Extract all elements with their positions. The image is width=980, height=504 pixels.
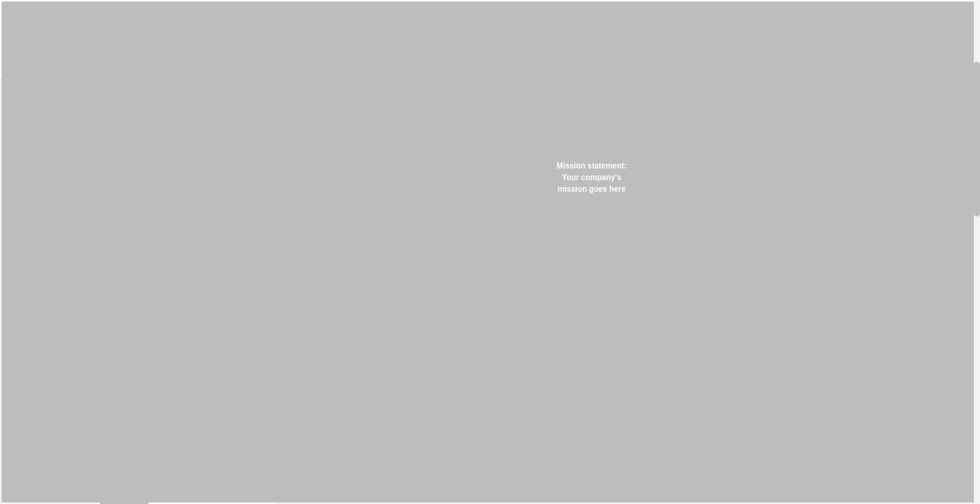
template-project-wireframes[interactable]: ProjectWireframes Problem statement and … bbox=[93, 423, 278, 504]
pitch-line2: Your company's bbox=[562, 173, 622, 182]
content-area: Work Prototyping Presentation The best m… bbox=[0, 80, 980, 504]
phone-mock bbox=[149, 475, 164, 499]
thumb-wireframes: ProjectWireframes Problem statement and … bbox=[93, 423, 278, 504]
wireframes-mock bbox=[103, 475, 268, 502]
phone-screen bbox=[93, 423, 278, 502]
scrollbar[interactable] bbox=[974, 0, 980, 504]
thumb-pitch-text: Mission statement: Your company's missio… bbox=[557, 160, 627, 195]
pitch-line1: Mission statement: bbox=[557, 162, 627, 170]
pitch-line3: mission goes here bbox=[558, 185, 626, 193]
scrollbar-thumb[interactable] bbox=[974, 62, 980, 216]
templates-row-3: ProjectWireframes Problem statement and … bbox=[93, 423, 887, 504]
